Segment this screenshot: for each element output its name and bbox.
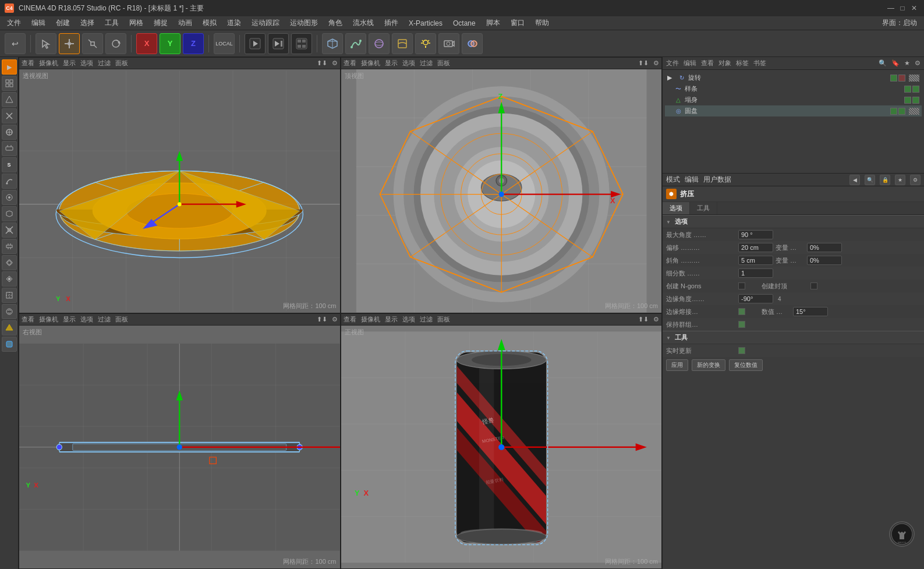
prop-change2-value[interactable]: 0%	[807, 256, 842, 265]
obj-item-body[interactable]: △ 塌身	[665, 94, 922, 105]
attr-star-btn[interactable]: ★	[895, 175, 905, 185]
nurbs-tool[interactable]	[369, 33, 390, 54]
left-tool-1[interactable]	[2, 76, 17, 91]
obj-item-revolve[interactable]: ▶ ↻ 旋转	[665, 72, 922, 83]
vp-top-settings[interactable]: ⚙	[653, 59, 659, 67]
attr-menu-mode[interactable]: 模式	[666, 175, 680, 185]
attr-tab-tools[interactable]: 工具	[690, 202, 717, 214]
move-tool[interactable]	[59, 33, 80, 54]
obj-menu-edit[interactable]: 编辑	[684, 59, 696, 68]
vp-top-options[interactable]: 选项	[402, 59, 415, 68]
vp-move-icon[interactable]: ⬆⬇	[317, 59, 327, 67]
menu-plugins[interactable]: 插件	[380, 17, 403, 29]
cube-tool[interactable]	[322, 33, 343, 54]
maximize-button[interactable]: □	[897, 3, 908, 13]
menu-character[interactable]: 角色	[324, 17, 347, 29]
vp-menu-look[interactable]: 查看	[22, 59, 34, 68]
select-tool[interactable]	[36, 33, 56, 54]
menu-file[interactable]: 文件	[2, 17, 26, 29]
menu-xparticles[interactable]: X-Particles	[404, 18, 447, 29]
prop-cap-check[interactable]	[810, 282, 817, 289]
menu-simulate[interactable]: 模拟	[198, 17, 221, 29]
obj-menu-tag[interactable]: 标签	[736, 59, 749, 68]
vp-menu-panel[interactable]: 面板	[115, 59, 128, 68]
deformer-tool[interactable]	[392, 33, 413, 54]
menu-mograph[interactable]: 运动图形	[285, 17, 323, 29]
new-transform-button[interactable]: 新的变换	[692, 359, 725, 371]
vp-top-camera[interactable]: 摄像机	[361, 59, 380, 68]
apply-button[interactable]: 应用	[666, 359, 688, 371]
menu-snap[interactable]: 捕捉	[149, 17, 172, 29]
attr-lock-btn[interactable]: 🔒	[880, 175, 890, 185]
obj-menu-view[interactable]: 查看	[701, 59, 714, 68]
vp-top-look[interactable]: 查看	[344, 59, 356, 68]
menu-tools[interactable]: 工具	[100, 17, 123, 29]
light-tool[interactable]	[415, 33, 436, 54]
attr-menu-edit[interactable]: 编辑	[685, 175, 699, 185]
obj-menu-object[interactable]: 对象	[718, 59, 731, 68]
prop-keep-groups-check[interactable]	[738, 321, 745, 328]
obj-render-body[interactable]	[912, 97, 919, 104]
boole-tool[interactable]	[462, 33, 483, 54]
obj-visible-spline[interactable]	[904, 86, 911, 93]
left-tool-15[interactable]	[2, 304, 17, 319]
prop-fillet-value[interactable]: 5 cm	[738, 256, 773, 265]
prop-edge-angle-value[interactable]: -90°	[738, 294, 773, 303]
vp-menu-display[interactable]: 显示	[63, 59, 76, 68]
menu-motiontrack[interactable]: 运动跟踪	[247, 17, 284, 29]
attr-back-btn[interactable]: ◀	[849, 175, 860, 185]
obj-bookmark-icon[interactable]: 🔖	[891, 59, 900, 67]
obj-render-spline[interactable]	[912, 86, 919, 93]
menu-pipeline[interactable]: 流水线	[348, 17, 378, 29]
left-tool-6[interactable]: S	[2, 157, 17, 172]
prop-realtime-check[interactable]	[738, 347, 745, 354]
vp-right-options[interactable]: 选项	[80, 315, 93, 324]
tools-collapse[interactable]: ▼	[666, 335, 671, 341]
obj-item-disk[interactable]: ◎ 圆盘	[665, 105, 922, 116]
vp-front-panel[interactable]: 面板	[437, 315, 450, 324]
left-tool-4[interactable]	[2, 125, 17, 140]
prop-offset-value[interactable]: 20 cm	[738, 243, 773, 252]
local-coord[interactable]: LOCAL	[214, 33, 235, 54]
axis-x[interactable]: X	[136, 33, 157, 54]
close-button[interactable]: ✕	[909, 3, 919, 13]
workspace-mode[interactable]: 界面：启动	[877, 17, 922, 29]
prop-ngons-check[interactable]	[738, 282, 745, 289]
prop-value-value[interactable]: 15°	[793, 307, 828, 316]
left-tool-0[interactable]: ▶	[2, 59, 17, 75]
axis-y[interactable]: Y	[160, 33, 180, 54]
reset-values-button[interactable]: 复位数值	[729, 359, 763, 371]
options-collapse[interactable]: ▼	[666, 220, 671, 225]
obj-star-icon[interactable]: ★	[904, 59, 910, 67]
vp-menu-camera[interactable]: 摄像机	[39, 59, 58, 68]
obj-item-spline[interactable]: 〜 样条	[665, 83, 922, 94]
menu-help[interactable]: 帮助	[530, 17, 554, 29]
left-tool-12[interactable]	[2, 255, 17, 270]
spline-tool[interactable]	[345, 33, 366, 54]
vp-top-display[interactable]: 显示	[385, 59, 398, 68]
vp-right-filter[interactable]: 过滤	[98, 315, 111, 324]
left-tool-8[interactable]	[2, 190, 17, 205]
vp-right-display[interactable]: 显示	[63, 315, 76, 324]
render-active[interactable]	[245, 33, 265, 54]
obj-menu-bookmark[interactable]: 书签	[753, 59, 766, 68]
render-view[interactable]	[268, 33, 289, 54]
attr-settings-btn[interactable]: ⚙	[910, 175, 921, 185]
obj-visible-body[interactable]	[904, 97, 911, 104]
viewport-right[interactable]: 查看 摄像机 显示 选项 过滤 面板 ⬆⬇ ⚙ 右视图	[19, 313, 341, 570]
left-tool-16[interactable]	[2, 320, 17, 335]
prop-change1-value[interactable]: 0%	[807, 243, 842, 252]
obj-settings-icon[interactable]: ⚙	[915, 59, 921, 67]
render-all[interactable]	[291, 33, 312, 54]
prop-edge-weld-check[interactable]	[738, 308, 745, 315]
left-tool-17[interactable]	[2, 337, 17, 352]
left-tool-2[interactable]	[2, 92, 17, 107]
vp-front-options[interactable]: 选项	[402, 315, 415, 324]
obj-menu-file[interactable]: 文件	[666, 59, 679, 68]
vp-right-settings[interactable]: ⚙	[332, 316, 338, 323]
obj-visible-disk[interactable]	[890, 108, 897, 115]
vp-top-panel[interactable]: 面板	[437, 59, 450, 68]
obj-visible-revolve[interactable]	[890, 75, 897, 82]
vp-top-move[interactable]: ⬆⬇	[638, 59, 649, 67]
vp-top-filter[interactable]: 过滤	[420, 59, 433, 68]
